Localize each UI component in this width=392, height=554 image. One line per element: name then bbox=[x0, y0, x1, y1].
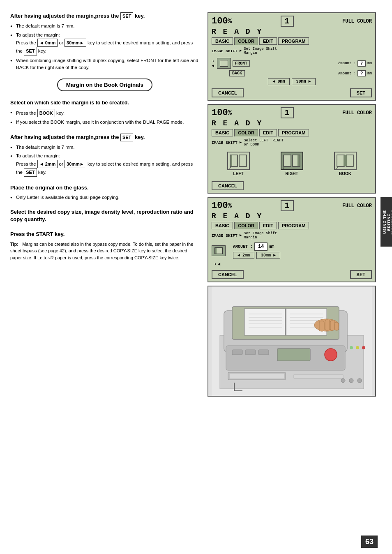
svg-rect-16 bbox=[344, 155, 347, 166]
tab-basic-3[interactable]: BASIC bbox=[212, 222, 233, 229]
tab-program-1[interactable]: PROGRAM bbox=[278, 37, 309, 45]
panel1-front-row: ➔ ◄ FRONT Amount : 7 mm bbox=[212, 58, 372, 69]
panel2-copy-num: 1 bbox=[281, 107, 294, 118]
panel1-amount-val-front: 7 bbox=[357, 60, 366, 67]
tab-edit-2[interactable]: EDIT bbox=[259, 129, 277, 136]
svg-rect-10 bbox=[297, 155, 300, 166]
30mm-key-1: 30mm► bbox=[65, 39, 86, 47]
svg-rect-51 bbox=[294, 374, 343, 379]
panel2-cancel-btn[interactable]: CANCEL bbox=[212, 181, 244, 190]
panel3-set-btn[interactable]: SET bbox=[350, 270, 372, 279]
panel3-bottom-row: CANCEL SET bbox=[212, 270, 372, 279]
section-6-heading: Press the START key. bbox=[10, 231, 199, 238]
set-key-inline-1: SET bbox=[24, 47, 37, 55]
set-key-2: SET bbox=[120, 134, 133, 141]
option-right-label: RIGHT bbox=[285, 171, 298, 176]
panel3-tabs: BASIC COLOR EDIT PROGRAM bbox=[212, 222, 372, 229]
bullet-3-1: The default margin is 7 mm. bbox=[10, 144, 199, 151]
0mm-key: ◄ 0mm bbox=[37, 39, 58, 47]
svg-rect-22 bbox=[244, 309, 286, 335]
panel1-0mm-btn[interactable]: ◄ 0mm bbox=[268, 78, 289, 85]
panel2-percent-sign: % bbox=[228, 109, 232, 117]
option-left[interactable]: ↙ LEFT bbox=[227, 152, 250, 176]
left-icon: ↙ bbox=[227, 152, 250, 170]
tab-color-1[interactable]: COLOR bbox=[234, 37, 258, 45]
tab-program-2[interactable]: PROGRAM bbox=[278, 129, 309, 136]
panel1-amount-label-front: Amount : bbox=[338, 61, 356, 65]
section-1-heading: After having adjusted the margin,press t… bbox=[10, 12, 199, 20]
svg-rect-44 bbox=[277, 349, 310, 361]
section-2-subheading: Select on which side the margin is to be… bbox=[10, 99, 199, 107]
bullet-1-3: When combining image shifting with duple… bbox=[10, 57, 199, 72]
2mm-key: ◄ 2mm bbox=[37, 160, 58, 169]
panel1-range-row: ◄ 0mm 30mm ► bbox=[212, 78, 372, 85]
page-number: 63 bbox=[361, 536, 378, 548]
panel1-color: FULL COLOR bbox=[342, 18, 372, 24]
photo-area bbox=[208, 286, 376, 397]
set-key-1: SET bbox=[120, 12, 133, 20]
panel3-arrow-row: ➔ ◄ bbox=[212, 261, 372, 267]
bullet-3-2: To adjust the margin: Press the ◄ 2mm or… bbox=[10, 152, 199, 176]
panel1-percent-sign: % bbox=[228, 18, 232, 25]
tab-basic-2[interactable]: BASIC bbox=[212, 129, 233, 136]
svg-point-45 bbox=[325, 349, 337, 361]
section-6: Press the START key. Tip: Margins can be… bbox=[10, 231, 199, 261]
tab-program-3[interactable]: PROGRAM bbox=[278, 222, 309, 229]
set-key-inline-2: SET bbox=[24, 168, 37, 177]
tip-text: Tip: Margins can be created also in the … bbox=[10, 241, 199, 261]
30mm-key-2: 30mm► bbox=[65, 160, 86, 169]
panel3-30mm-btn[interactable]: 30mm ► bbox=[256, 252, 280, 259]
panel2-info-row: IMAGE SHIFT ► Select LEFT, RIGHTor BOOK bbox=[212, 138, 372, 147]
panel3-info-text: Set Image ShiftMargin bbox=[244, 231, 277, 240]
panel1-info-row: IMAGE SHIFT ► Set Image ShiftMargin bbox=[212, 47, 372, 55]
svg-rect-15 bbox=[346, 155, 353, 166]
panel1-30mm-btn[interactable]: 30mm ► bbox=[292, 78, 316, 85]
tab-color-3[interactable]: COLOR bbox=[234, 222, 258, 229]
bullet-2-1: Press the BOOK key. bbox=[10, 109, 199, 118]
panel1-content: ➔ ◄ FRONT Amount : 7 mm BACK bbox=[212, 57, 372, 86]
panel1-ready: R E A D Y bbox=[212, 28, 372, 36]
svg-rect-36 bbox=[319, 321, 324, 331]
panel3-amount-label: AMOUNT : bbox=[233, 245, 253, 249]
panel2-percent: 100 bbox=[212, 108, 228, 118]
panel2-select-area: ↙ LEFT ↙ bbox=[212, 148, 372, 179]
panel1-info-text: Set Image ShiftMargin bbox=[244, 47, 277, 55]
section-4: Place the original on the glass. Only Le… bbox=[10, 184, 199, 201]
svg-text:↙: ↙ bbox=[229, 166, 231, 169]
panel1-set-btn[interactable]: SET bbox=[350, 88, 372, 97]
panel1-front-btn[interactable]: FRONT bbox=[233, 60, 250, 67]
tab-edit-1[interactable]: EDIT bbox=[259, 37, 277, 45]
svg-rect-24 bbox=[285, 309, 286, 335]
right-column: 100 % 1 FULL COLOR R E A D Y BASIC COLOR… bbox=[205, 8, 378, 546]
panel2-arrow: ► bbox=[240, 141, 242, 145]
panel2-info-text: Select LEFT, RIGHTor BOOK bbox=[244, 138, 284, 147]
tab-basic-1[interactable]: BASIC bbox=[212, 37, 233, 45]
option-right[interactable]: ↙ RIGHT bbox=[281, 152, 303, 176]
panel1-cancel-btn[interactable]: CANCEL bbox=[212, 88, 244, 97]
panel1-arrow: ► bbox=[240, 49, 242, 53]
panel3-cancel-btn[interactable]: CANCEL bbox=[212, 270, 244, 279]
panel3-2mm-btn[interactable]: ◄ 2mm bbox=[233, 252, 254, 259]
panel3-percent: 100 bbox=[212, 201, 228, 211]
tab-color-2[interactable]: COLOR bbox=[234, 129, 258, 136]
sidebar-label: USING THE EDITING FUNCTIONS bbox=[380, 197, 392, 247]
svg-rect-41 bbox=[232, 350, 242, 355]
panel1-bottom-row: CANCEL SET bbox=[212, 88, 372, 97]
svg-rect-4 bbox=[240, 155, 246, 166]
svg-rect-37 bbox=[325, 320, 330, 330]
book-svg: ↙ bbox=[335, 153, 355, 169]
panel3-info-label: IMAGE SHIFT bbox=[212, 233, 238, 238]
margin-box-label: Margin on the Book Originals bbox=[57, 78, 152, 91]
svg-text:↙: ↙ bbox=[336, 166, 338, 169]
panel1-tabs: BASIC COLOR EDIT PROGRAM bbox=[212, 37, 372, 45]
panel1-back-btn[interactable]: BACK bbox=[229, 70, 245, 76]
section-3: After having adjusted the margin,press t… bbox=[10, 134, 199, 177]
tab-edit-3[interactable]: EDIT bbox=[259, 222, 277, 229]
panel1-amount-label-back: Amount : bbox=[338, 72, 356, 76]
panel1-copy-num: 1 bbox=[281, 16, 294, 27]
section-3-heading: After having adjusted the margin,press t… bbox=[10, 134, 199, 141]
option-book[interactable]: ↙ BOOK bbox=[334, 152, 357, 176]
svg-point-49 bbox=[356, 346, 359, 349]
svg-rect-13 bbox=[337, 155, 344, 166]
panel3-percent-sign: % bbox=[228, 202, 232, 210]
